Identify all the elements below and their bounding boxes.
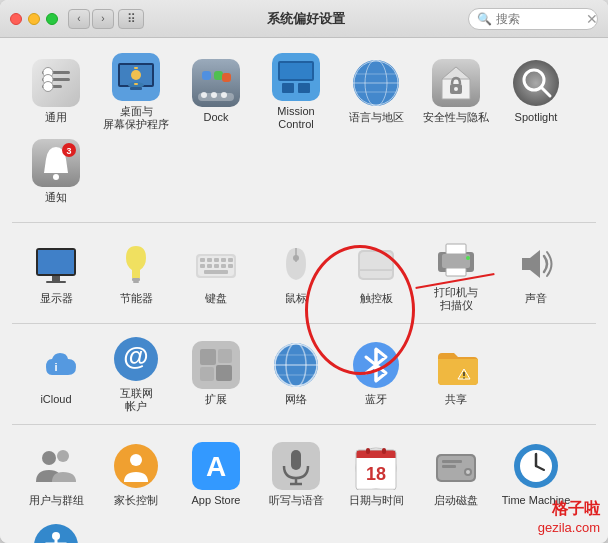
spotlight-icon-img (512, 59, 560, 107)
svg-rect-19 (222, 73, 231, 82)
pref-display[interactable]: 显示器 (16, 233, 96, 313)
pref-dock[interactable]: Dock (176, 52, 256, 132)
svg-text:3: 3 (66, 146, 71, 156)
svg-rect-58 (207, 264, 212, 268)
mouse-icon-img (272, 240, 320, 288)
pref-sharing[interactable]: 共享 (416, 334, 496, 414)
pref-spotlight[interactable]: Spotlight (496, 52, 576, 132)
divider-1 (12, 222, 596, 223)
sound-icon-img (512, 240, 560, 288)
svg-point-37 (513, 60, 559, 106)
maximize-button[interactable] (46, 13, 58, 25)
svg-point-94 (130, 454, 142, 466)
icloud-label: iCloud (40, 393, 71, 406)
pref-keyboard[interactable]: 键盘 (176, 233, 256, 313)
pref-users[interactable]: 用户与群组 (16, 435, 96, 515)
trackpad-icon-img (352, 240, 400, 288)
pref-mission[interactable]: MissionControl (256, 52, 336, 132)
close-button[interactable] (10, 13, 22, 25)
svg-rect-107 (382, 448, 386, 454)
pref-desktop[interactable]: 桌面与屏幕保护程序 (96, 52, 176, 132)
traffic-lights (10, 13, 58, 25)
svg-rect-71 (446, 268, 466, 276)
svg-rect-53 (207, 258, 212, 262)
pref-network[interactable]: 网络 (256, 334, 336, 414)
parental-icon-img (112, 442, 160, 490)
dock-icon-img (192, 59, 240, 107)
internet-label: 互联网帐户 (120, 387, 153, 413)
svg-point-22 (221, 92, 227, 98)
pref-notification[interactable]: 3 通知 (16, 132, 96, 212)
svg-rect-78 (218, 349, 232, 363)
section-internet: i iCloud @ 互联网帐户 (8, 330, 600, 418)
forward-button[interactable]: › (92, 9, 114, 29)
search-box[interactable]: 🔍 ✕ (468, 8, 598, 30)
pref-appstore[interactable]: A App Store (176, 435, 256, 515)
pref-parental[interactable]: 家长控制 (96, 435, 176, 515)
svg-rect-46 (52, 276, 60, 281)
search-clear-icon[interactable]: ✕ (586, 11, 598, 27)
system-preferences-window: ‹ › ⠿ 系统偏好设置 🔍 ✕ (0, 0, 608, 543)
datetime-label: 日期与时间 (349, 494, 404, 507)
svg-rect-45 (38, 250, 74, 274)
pref-energy[interactable]: 节能器 (96, 233, 176, 313)
divider-2 (12, 323, 596, 324)
appstore-icon-img: A (192, 442, 240, 490)
svg-rect-79 (200, 367, 214, 381)
minimize-button[interactable] (28, 13, 40, 25)
svg-rect-98 (291, 450, 301, 470)
pref-datetime[interactable]: 18 日期与时间 (336, 435, 416, 515)
pref-language[interactable]: 语言与地区 (336, 52, 416, 132)
svg-rect-77 (200, 349, 216, 365)
pref-mouse[interactable]: 鼠标 (256, 233, 336, 313)
svg-point-90 (463, 378, 465, 380)
svg-rect-62 (204, 270, 228, 274)
svg-rect-55 (221, 258, 226, 262)
svg-rect-69 (442, 254, 470, 268)
svg-point-111 (466, 470, 470, 474)
svg-point-36 (454, 87, 458, 91)
icloud-icon-img: i (32, 341, 80, 389)
pref-icloud[interactable]: i iCloud (16, 334, 96, 414)
svg-rect-17 (202, 71, 211, 80)
nav-buttons: ‹ › (68, 9, 114, 29)
svg-rect-76 (192, 341, 240, 389)
preferences-content: 通用 (0, 38, 608, 543)
svg-text:i: i (54, 361, 57, 373)
pref-security[interactable]: 安全性与隐私 (416, 52, 496, 132)
window-title: 系统偏好设置 (144, 10, 468, 28)
accessibility-icon-img (32, 522, 80, 543)
row2-grid: 显示器 节能器 (8, 229, 600, 317)
network-icon-img (272, 341, 320, 389)
row1-grid: 通用 (8, 48, 600, 216)
pref-sound[interactable]: 声音 (496, 233, 576, 313)
section-system: 用户与群组 家长控制 (8, 431, 600, 543)
svg-point-41 (53, 174, 59, 180)
appstore-label: App Store (192, 494, 241, 507)
svg-rect-80 (216, 365, 232, 381)
divider-3 (12, 424, 596, 425)
keyboard-label: 键盘 (205, 292, 227, 305)
svg-rect-52 (200, 258, 205, 262)
search-input[interactable] (496, 12, 586, 26)
pref-accessibility[interactable]: 辅助功能 (16, 515, 96, 543)
grid-button[interactable]: ⠿ (118, 9, 144, 29)
notification-icon-img: 3 (32, 139, 80, 187)
pref-general[interactable]: 通用 (16, 52, 96, 132)
back-button[interactable]: ‹ (68, 9, 90, 29)
svg-rect-48 (132, 278, 140, 281)
pref-internet[interactable]: @ 互联网帐户 (96, 334, 176, 414)
svg-rect-61 (228, 264, 233, 268)
pref-startup[interactable]: 启动磁盘 (416, 435, 496, 515)
startup-icon-img (432, 442, 480, 490)
pref-printer[interactable]: 打印机与扫描仪 (416, 233, 496, 313)
svg-rect-106 (366, 448, 370, 454)
language-label: 语言与地区 (349, 111, 404, 124)
pref-trackpad[interactable]: 触控板 (336, 233, 416, 313)
svg-rect-25 (280, 63, 312, 79)
pref-extensions[interactable]: 扩展 (176, 334, 256, 414)
pref-bluetooth[interactable]: 蓝牙 (336, 334, 416, 414)
pref-dictation[interactable]: 听写与语音 (256, 435, 336, 515)
section-hardware: 显示器 节能器 (8, 229, 600, 317)
dictation-icon-img (272, 442, 320, 490)
